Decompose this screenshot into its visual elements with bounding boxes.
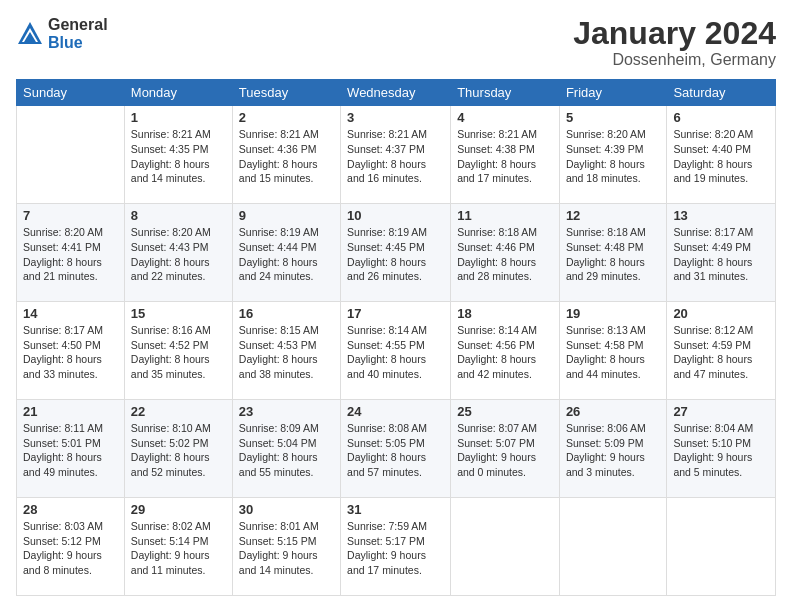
title-block: January 2024 Dossenheim, Germany: [573, 16, 776, 69]
calendar-cell: 14Sunrise: 8:17 AMSunset: 4:50 PMDayligh…: [17, 302, 125, 400]
day-number: 19: [566, 306, 661, 321]
day-number: 18: [457, 306, 553, 321]
month-title: January 2024: [573, 16, 776, 51]
day-number: 29: [131, 502, 226, 517]
day-number: 2: [239, 110, 334, 125]
week-row-1: 1Sunrise: 8:21 AMSunset: 4:35 PMDaylight…: [17, 106, 776, 204]
week-row-5: 28Sunrise: 8:03 AMSunset: 5:12 PMDayligh…: [17, 498, 776, 596]
col-wednesday: Wednesday: [341, 80, 451, 106]
day-info: Sunrise: 8:18 AMSunset: 4:46 PMDaylight:…: [457, 225, 553, 284]
day-info: Sunrise: 8:20 AMSunset: 4:40 PMDaylight:…: [673, 127, 769, 186]
calendar-cell: 29Sunrise: 8:02 AMSunset: 5:14 PMDayligh…: [124, 498, 232, 596]
calendar-cell: [17, 106, 125, 204]
logo-icon: [16, 20, 44, 48]
day-info: Sunrise: 8:17 AMSunset: 4:49 PMDaylight:…: [673, 225, 769, 284]
day-number: 20: [673, 306, 769, 321]
calendar-table: Sunday Monday Tuesday Wednesday Thursday…: [16, 79, 776, 596]
day-number: 5: [566, 110, 661, 125]
day-number: 16: [239, 306, 334, 321]
calendar-cell: [667, 498, 776, 596]
day-info: Sunrise: 8:13 AMSunset: 4:58 PMDaylight:…: [566, 323, 661, 382]
calendar-cell: 1Sunrise: 8:21 AMSunset: 4:35 PMDaylight…: [124, 106, 232, 204]
calendar-cell: 19Sunrise: 8:13 AMSunset: 4:58 PMDayligh…: [559, 302, 667, 400]
day-info: Sunrise: 7:59 AMSunset: 5:17 PMDaylight:…: [347, 519, 444, 578]
logo-blue: Blue: [48, 34, 108, 52]
day-number: 22: [131, 404, 226, 419]
calendar-cell: 23Sunrise: 8:09 AMSunset: 5:04 PMDayligh…: [232, 400, 340, 498]
day-info: Sunrise: 8:20 AMSunset: 4:41 PMDaylight:…: [23, 225, 118, 284]
day-number: 17: [347, 306, 444, 321]
calendar-cell: 10Sunrise: 8:19 AMSunset: 4:45 PMDayligh…: [341, 204, 451, 302]
calendar-cell: 8Sunrise: 8:20 AMSunset: 4:43 PMDaylight…: [124, 204, 232, 302]
day-info: Sunrise: 8:06 AMSunset: 5:09 PMDaylight:…: [566, 421, 661, 480]
calendar-cell: 21Sunrise: 8:11 AMSunset: 5:01 PMDayligh…: [17, 400, 125, 498]
calendar-cell: [451, 498, 560, 596]
logo: General Blue: [16, 16, 108, 51]
day-number: 25: [457, 404, 553, 419]
calendar-cell: 2Sunrise: 8:21 AMSunset: 4:36 PMDaylight…: [232, 106, 340, 204]
day-info: Sunrise: 8:10 AMSunset: 5:02 PMDaylight:…: [131, 421, 226, 480]
calendar-cell: 22Sunrise: 8:10 AMSunset: 5:02 PMDayligh…: [124, 400, 232, 498]
day-number: 30: [239, 502, 334, 517]
header: General Blue January 2024 Dossenheim, Ge…: [16, 16, 776, 69]
day-info: Sunrise: 8:14 AMSunset: 4:56 PMDaylight:…: [457, 323, 553, 382]
day-number: 24: [347, 404, 444, 419]
day-number: 10: [347, 208, 444, 223]
day-info: Sunrise: 8:19 AMSunset: 4:44 PMDaylight:…: [239, 225, 334, 284]
day-info: Sunrise: 8:18 AMSunset: 4:48 PMDaylight:…: [566, 225, 661, 284]
location: Dossenheim, Germany: [573, 51, 776, 69]
calendar-cell: 28Sunrise: 8:03 AMSunset: 5:12 PMDayligh…: [17, 498, 125, 596]
calendar-cell: 31Sunrise: 7:59 AMSunset: 5:17 PMDayligh…: [341, 498, 451, 596]
calendar-cell: 15Sunrise: 8:16 AMSunset: 4:52 PMDayligh…: [124, 302, 232, 400]
week-row-2: 7Sunrise: 8:20 AMSunset: 4:41 PMDaylight…: [17, 204, 776, 302]
day-number: 11: [457, 208, 553, 223]
calendar-cell: 6Sunrise: 8:20 AMSunset: 4:40 PMDaylight…: [667, 106, 776, 204]
day-info: Sunrise: 8:09 AMSunset: 5:04 PMDaylight:…: [239, 421, 334, 480]
day-info: Sunrise: 8:08 AMSunset: 5:05 PMDaylight:…: [347, 421, 444, 480]
calendar-cell: 20Sunrise: 8:12 AMSunset: 4:59 PMDayligh…: [667, 302, 776, 400]
day-number: 28: [23, 502, 118, 517]
day-info: Sunrise: 8:12 AMSunset: 4:59 PMDaylight:…: [673, 323, 769, 382]
day-number: 3: [347, 110, 444, 125]
day-info: Sunrise: 8:21 AMSunset: 4:36 PMDaylight:…: [239, 127, 334, 186]
calendar-cell: 26Sunrise: 8:06 AMSunset: 5:09 PMDayligh…: [559, 400, 667, 498]
col-sunday: Sunday: [17, 80, 125, 106]
week-row-4: 21Sunrise: 8:11 AMSunset: 5:01 PMDayligh…: [17, 400, 776, 498]
logo-text: General Blue: [48, 16, 108, 51]
day-info: Sunrise: 8:21 AMSunset: 4:38 PMDaylight:…: [457, 127, 553, 186]
calendar-cell: 17Sunrise: 8:14 AMSunset: 4:55 PMDayligh…: [341, 302, 451, 400]
day-info: Sunrise: 8:07 AMSunset: 5:07 PMDaylight:…: [457, 421, 553, 480]
calendar-cell: 5Sunrise: 8:20 AMSunset: 4:39 PMDaylight…: [559, 106, 667, 204]
day-info: Sunrise: 8:21 AMSunset: 4:37 PMDaylight:…: [347, 127, 444, 186]
col-tuesday: Tuesday: [232, 80, 340, 106]
day-info: Sunrise: 8:15 AMSunset: 4:53 PMDaylight:…: [239, 323, 334, 382]
day-number: 26: [566, 404, 661, 419]
day-number: 8: [131, 208, 226, 223]
col-saturday: Saturday: [667, 80, 776, 106]
calendar-cell: 13Sunrise: 8:17 AMSunset: 4:49 PMDayligh…: [667, 204, 776, 302]
calendar-cell: 12Sunrise: 8:18 AMSunset: 4:48 PMDayligh…: [559, 204, 667, 302]
day-number: 31: [347, 502, 444, 517]
col-monday: Monday: [124, 80, 232, 106]
page: General Blue January 2024 Dossenheim, Ge…: [0, 0, 792, 612]
day-info: Sunrise: 8:01 AMSunset: 5:15 PMDaylight:…: [239, 519, 334, 578]
day-number: 13: [673, 208, 769, 223]
logo-general: General: [48, 16, 108, 34]
day-info: Sunrise: 8:19 AMSunset: 4:45 PMDaylight:…: [347, 225, 444, 284]
calendar-cell: 18Sunrise: 8:14 AMSunset: 4:56 PMDayligh…: [451, 302, 560, 400]
day-info: Sunrise: 8:17 AMSunset: 4:50 PMDaylight:…: [23, 323, 118, 382]
day-info: Sunrise: 8:20 AMSunset: 4:39 PMDaylight:…: [566, 127, 661, 186]
calendar-cell: 7Sunrise: 8:20 AMSunset: 4:41 PMDaylight…: [17, 204, 125, 302]
day-number: 14: [23, 306, 118, 321]
calendar-cell: [559, 498, 667, 596]
calendar-cell: 25Sunrise: 8:07 AMSunset: 5:07 PMDayligh…: [451, 400, 560, 498]
day-info: Sunrise: 8:03 AMSunset: 5:12 PMDaylight:…: [23, 519, 118, 578]
day-info: Sunrise: 8:11 AMSunset: 5:01 PMDaylight:…: [23, 421, 118, 480]
header-row: Sunday Monday Tuesday Wednesday Thursday…: [17, 80, 776, 106]
calendar-cell: 9Sunrise: 8:19 AMSunset: 4:44 PMDaylight…: [232, 204, 340, 302]
day-number: 23: [239, 404, 334, 419]
calendar-cell: 4Sunrise: 8:21 AMSunset: 4:38 PMDaylight…: [451, 106, 560, 204]
calendar-cell: 24Sunrise: 8:08 AMSunset: 5:05 PMDayligh…: [341, 400, 451, 498]
day-number: 7: [23, 208, 118, 223]
day-info: Sunrise: 8:21 AMSunset: 4:35 PMDaylight:…: [131, 127, 226, 186]
